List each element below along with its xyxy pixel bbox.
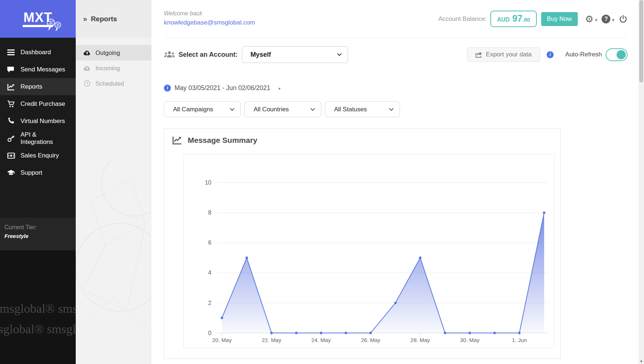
primary-sidebar: MXT Dashboard Send Messages [0,0,76,364]
subnav-item-label: Outgoing [96,49,120,56]
sidebar-item-dashboard[interactable]: Dashboard [0,44,76,61]
sidebar-item-send-messages[interactable]: Send Messages [0,61,76,78]
statuses-filter-select[interactable]: All Statuses [325,101,400,117]
chevron-down-icon [310,108,315,111]
menu-icon [7,49,15,55]
svg-text:26. May: 26. May [361,337,381,343]
sidebar-item-label: Dashboard [20,49,51,56]
welcome-text: Welcome back [164,10,202,17]
cloud-upload-icon [83,50,91,56]
sidebar-item-api-integrations[interactable]: API & Integrations [0,130,76,147]
message-summary-card: Message Summary 024681020. May22. May24.… [164,128,561,359]
svg-text:30. May: 30. May [460,337,480,343]
clock-icon [83,80,91,87]
svg-text:2: 2 [208,300,211,306]
subnav-item-scheduled[interactable]: Scheduled [76,76,151,91]
header-divider [164,38,628,38]
account-select-value: Myself [250,51,271,59]
subnav-item-label: Scheduled [96,80,124,87]
svg-text:1. Jun: 1. Jun [512,337,527,343]
sidebar-item-label: Reports [20,83,42,90]
question-icon: ? [602,15,610,23]
chart-gridlines [217,183,548,335]
scrollbar-down-arrow[interactable]: ▼ [639,360,644,363]
campaigns-filter-value: All Campaigns [173,106,213,113]
money-bill-icon [7,153,15,159]
main-content: Welcome back knowledgebase@smsglobal.com… [151,0,639,364]
info-icon[interactable]: i [547,51,554,58]
subnav-item-incoming[interactable]: Incoming [76,60,151,76]
statuses-filter-value: All Statuses [334,106,367,113]
current-tier-panel: Current Tier: Freestyle [0,218,76,250]
sidebar-item-label: Virtual Numbers [20,118,65,125]
info-icon: i [164,85,171,92]
sidebar-watermark-area: smsglobal® smsglobal® smsglobal® smsglob… [0,250,76,364]
sidebar-item-label: API & Integrations [20,131,69,146]
export-button-label: Export your data [486,51,532,58]
export-icon [475,52,482,58]
logout-button[interactable] [619,15,628,23]
chart-line-icon [7,83,15,90]
sidebar-item-label: Send Messages [20,66,65,73]
help-menu[interactable]: ? ▾ [602,15,619,23]
cloud-download-icon [83,65,91,71]
sidebar-item-label: Credit Purchase [20,100,65,108]
primary-nav: Dashboard Send Messages Reports Credit P… [0,38,76,181]
auto-refresh-label: Auto-Refresh [565,51,602,58]
subnav-item-label: Incoming [96,65,120,72]
scrollbar-thumb[interactable] [639,0,643,82]
chevron-down-icon [389,108,394,111]
logo[interactable]: MXT [0,0,76,38]
countries-filter-select[interactable]: All Countries [244,101,321,117]
tier-label: Current Tier: [4,224,76,231]
sidebar-item-credit-purchase[interactable]: Credit Purchase [0,95,76,112]
watermark-text: smsglobal® smsglobal® smsglobal® [0,322,76,336]
subnav-item-outgoing[interactable]: Outgoing [76,45,151,60]
chart-line-icon [172,136,182,145]
watermark-text: smsglobal® smsglobal® smsglobal® [0,302,76,316]
chevron-down-icon: ▾ [595,17,598,23]
sidebar-item-label: Support [20,169,42,177]
sidebar-item-sales-enquiry[interactable]: Sales Enquiry [0,147,76,164]
chevron-down-icon: ▾ [612,17,614,23]
svg-text:22. May: 22. May [262,337,281,343]
subnav-title: Reports [91,15,117,23]
settings-menu[interactable]: ⚙ ▾ [585,14,602,24]
page-scrollbar[interactable]: ▼ [639,0,644,364]
gear-icon: ⚙ [585,14,594,24]
balance-label: Account Balance: [438,15,487,23]
svg-text:8: 8 [208,209,211,216]
export-data-button[interactable]: Export your data [467,47,540,62]
account-select[interactable]: Myself [242,46,348,63]
account-email-link[interactable]: knowledgebase@smsglobal.com [164,19,255,26]
sidebar-item-reports[interactable]: Reports [0,78,76,95]
cart-icon [7,100,15,108]
buy-now-button[interactable]: Buy Now [541,12,578,26]
power-icon [619,15,628,23]
sidebar-item-label: Sales Enquiry [20,152,59,159]
key-icon [7,135,15,142]
campaigns-filter-select[interactable]: All Campaigns [164,101,241,117]
date-range-picker[interactable]: i May 03/05/2021 - Jun 02/06/2021 ▾ [164,84,281,92]
balance-cents: .80 [523,16,530,23]
users-icon [164,50,175,59]
toggle-knob [617,50,626,59]
svg-text:24. May: 24. May [311,337,331,343]
reports-subnav: » Reports Outgoing Incoming Scheduled [76,0,151,364]
svg-text:10: 10 [205,179,211,186]
decorative-wireframe [76,157,151,348]
sidebar-item-support[interactable]: Support [0,164,76,181]
sidebar-item-virtual-numbers[interactable]: Virtual Numbers [0,112,76,130]
card-title: Message Summary [188,136,257,145]
area-chart-svg: 024681020. May22. May24. May26. May28. M… [184,155,554,348]
logo-globe-icon [46,17,63,31]
account-balance-badge[interactable]: AUD 97 .80 [490,11,536,27]
chevron-down-icon [337,53,342,56]
svg-text:20. May: 20. May [212,337,232,343]
graduation-cap-icon [7,170,15,176]
message-summary-chart[interactable]: 024681020. May22. May24. May26. May28. M… [183,154,554,348]
auto-refresh-toggle[interactable] [606,48,628,61]
date-range-text: May 03/05/2021 - Jun 02/06/2021 [175,84,270,92]
countries-filter-value: All Countries [254,106,289,113]
svg-text:6: 6 [208,239,211,246]
